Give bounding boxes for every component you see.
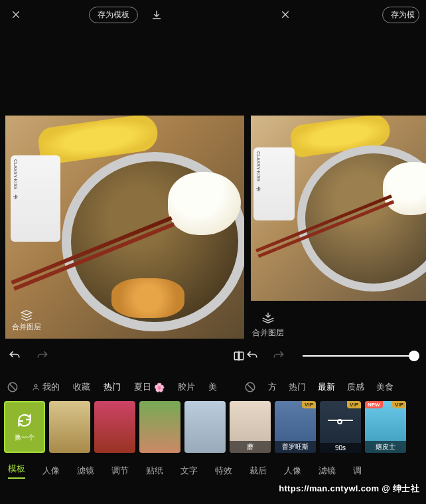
svg-point-3 [35,384,37,387]
btab-crop[interactable]: 裁后 [249,465,267,477]
save-template-button-2[interactable]: 存为模 [382,7,419,23]
vip-badge: VIP [347,401,361,408]
food-rice [111,278,184,318]
thumb-90s[interactable]: VIP 90s [320,401,361,453]
watermark: https://man.cntywl.com @ 绅士社 [279,483,419,495]
cat-summer[interactable]: 夏日🌸 [134,381,165,393]
thumb-label: 嬉皮士 [365,441,406,453]
top-bar: 存为模板 存为模 [0,0,426,29]
intensity-slider[interactable] [303,355,418,357]
slider-thumb[interactable] [409,351,419,361]
btab-portrait2[interactable]: 人像 [284,465,301,477]
merge-left-label: 合并图层 [12,322,41,332]
merge-layers-left[interactable]: 合并图层 [12,309,41,332]
category-left: 我的 收藏 热门 夏日🌸 胶片 美 [0,381,239,393]
thumb-item[interactable] [49,401,90,453]
vip-badge: VIP [302,401,316,408]
undo-icon[interactable] [246,349,259,363]
thumb-refresh[interactable]: 换一个 [4,401,45,453]
cat-fang[interactable]: 方 [268,381,277,393]
category-row: 我的 收藏 热门 夏日🌸 胶片 美 方 热门 最新 质感 美食 [0,373,426,401]
thumb-label: 蘑 [230,441,271,453]
btab-sticker[interactable]: 贴纸 [146,465,163,477]
action-row [0,339,426,373]
cat-newest[interactable]: 最新 [318,381,335,393]
new-badge: NEW [365,401,383,408]
btab-adjust[interactable]: 调节 [111,465,129,477]
download-icon[interactable] [150,8,163,21]
undo-icon[interactable] [8,349,21,363]
cat-hot[interactable]: 热门 [104,381,121,393]
action-right [246,349,418,363]
svg-rect-1 [240,352,244,360]
redo-icon[interactable] [36,349,49,363]
btab-filter2[interactable]: 滤镜 [319,465,336,477]
topbar-left: 存为模板 [7,7,246,23]
right-column: CLASSY·KISS 卡士 合并图层 [244,116,426,339]
no-filter-icon[interactable] [244,381,256,393]
thumb-provence[interactable]: VIP 普罗旺斯 [275,401,316,453]
thumb-refresh-label: 换一个 [15,433,35,442]
btab-effect[interactable]: 特效 [215,465,232,477]
close-icon[interactable] [9,8,23,21]
thumb-mo[interactable]: 蘑 [230,401,271,453]
thumb-item[interactable] [184,401,226,453]
topbar-right: 存为模 [299,7,419,23]
preview-left[interactable]: CLASSY·KISS 卡士 合并图层 [5,116,244,339]
compare-icon[interactable] [232,349,246,363]
thumb-item[interactable] [139,401,180,453]
category-right: 方 热门 最新 质感 美食 [239,381,426,393]
action-left [8,349,246,363]
no-filter-icon[interactable] [7,381,19,393]
redo-icon[interactable] [272,349,285,363]
thumb-label: 普罗旺斯 [275,441,316,453]
yogurt-label: CLASSY·KISS 卡士 [11,155,20,195]
thumb-label: 90s [320,443,361,453]
thumbnail-row: 换一个 蘑 VIP 普罗旺斯 VIP 90s NEW VIP 嬉皮士 [0,401,426,457]
cat-fav[interactable]: 收藏 [73,381,90,393]
food-yogurt: CLASSY·KISS 卡士 [11,155,60,242]
yogurt-label: CLASSY·KISS 卡士 [253,147,263,187]
cat-beauty[interactable]: 美 [208,381,217,393]
cat-texture[interactable]: 质感 [347,381,364,393]
merge-layers-right[interactable]: 合并图层 [244,310,426,339]
canvas-area: CLASSY·KISS 卡士 合并图层 CLASSY·KISS 卡士 合并图层 [0,29,426,339]
save-template-button[interactable]: 存为模板 [89,7,138,23]
cat-hot-r[interactable]: 热门 [289,381,306,393]
bottom-tabs: 模板 人像 滤镜 调节 贴纸 文字 特效 裁后 人像 滤镜 调 [0,457,426,485]
preview-right[interactable]: CLASSY·KISS 卡士 [251,116,426,301]
cat-food[interactable]: 美食 [376,381,393,393]
food-yogurt: CLASSY·KISS 卡士 [253,147,295,220]
btab-adjust2[interactable]: 调 [353,465,362,477]
vip-badge: VIP [392,401,406,408]
food-bun [383,162,426,215]
cat-film[interactable]: 胶片 [178,381,195,393]
btab-filter[interactable]: 滤镜 [77,465,94,477]
btab-template[interactable]: 模板 [8,463,25,479]
thumb-item[interactable] [94,401,135,453]
cat-mine[interactable]: 我的 [32,381,60,393]
close-icon-right[interactable] [279,8,292,21]
thumb-pishi[interactable]: NEW VIP 嬉皮士 [365,401,406,453]
merge-right-label: 合并图层 [252,327,284,339]
svg-rect-0 [234,352,238,360]
btab-portrait[interactable]: 人像 [42,465,60,477]
btab-text[interactable]: 文字 [180,465,198,477]
